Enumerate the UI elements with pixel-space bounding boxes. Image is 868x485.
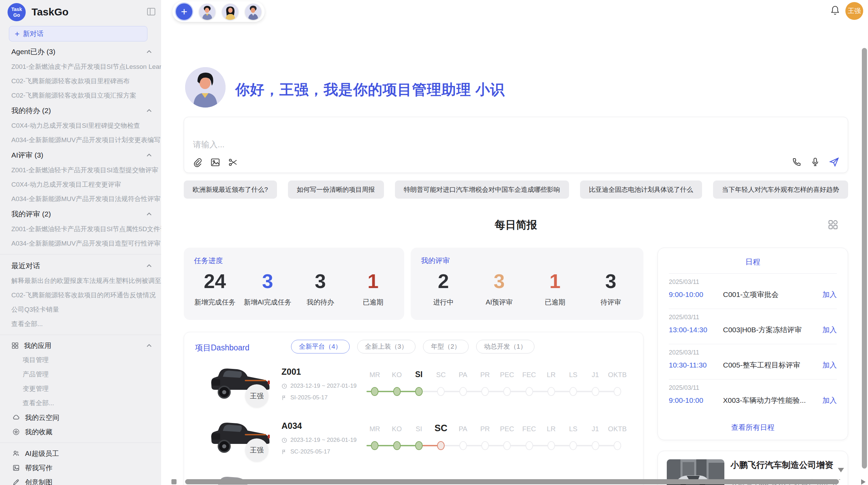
attachment-icon[interactable] [192,157,203,167]
session-avatar[interactable] [199,4,215,20]
sidebar-conversation-item[interactable]: A034-全新新能源MUV产品开发项目造型可行性评审 [0,236,161,251]
chevron-up-icon[interactable] [146,212,152,216]
plus-icon: + [15,30,20,38]
session-avatar[interactable] [245,4,261,20]
new-chat-button[interactable]: + 新对话 [9,26,147,41]
milestone-dot [415,387,423,396]
view-all-schedule-link[interactable]: 查看所有日程 [658,423,848,432]
sidebar-conversation-item[interactable]: C0X4-动力总成开发项目SI里程碑提交物检查 [0,119,161,133]
user-avatar[interactable]: 王强 [845,2,863,20]
sidebar-app-item[interactable]: 变更管理 [0,382,161,396]
card-title: 任务进度 [194,256,223,265]
sidebar-item-favorites[interactable]: 我的收藏 [0,425,161,439]
sidebar-conversation-item[interactable]: C02-飞腾新能源轻客改款项目的闭环通告反馈情况 [0,288,161,302]
milestone-dot [614,441,621,450]
apps-view-all-link[interactable]: 查看全部... [0,396,161,410]
stat-label: 新增完成任务 [189,298,241,307]
dashboard-filter-chip[interactable]: 年型（2） [423,340,469,353]
send-icon[interactable] [829,157,840,167]
sidebar-conversation-item[interactable]: Z001-全新燃油轻卡产品开发项目SI造型提交物评审 [0,163,161,177]
dashboard-filter-chip[interactable]: 动总开发（1） [476,340,535,353]
dashboard-filter-chip[interactable]: 全新上装（3） [357,340,416,353]
sidebar-section-my-todo[interactable]: 我的待办 (2) [0,103,161,119]
section-list: Z001-全新燃油轻卡产品开发项目SI节点属性5D文件评审A034-全新新能源M… [0,222,161,251]
sidebar-app-item[interactable]: 产品管理 [0,367,161,382]
sidebar-conversation-item[interactable]: 公司Q3轻卡销量 [0,302,161,317]
dashboard-filter-chip[interactable]: 全新平台（4） [291,340,350,353]
sidebar-conversation-item[interactable]: 解释最新出台的欧盟报废车法规再生塑料比例被调至15%... [0,274,161,288]
schedule-item: 2025/03/11 9:00-10:00 X003-车辆动力学性能验... 加… [669,379,837,414]
h-scrollbar-nub[interactable] [171,479,177,484]
owner-badge: 王强 [245,384,268,408]
chevron-up-icon[interactable] [146,153,152,157]
join-link[interactable]: 加入 [822,290,837,299]
sidebar: Task Go TaskGo + 新对话 Agent已办 (3) Z001-全新… [0,0,161,485]
session-avatar[interactable] [222,4,238,20]
new-session-button[interactable]: + [176,3,192,20]
app-title: TaskGo [32,6,69,18]
apps-grid-icon [11,342,19,349]
h-scrollbar-thumb[interactable] [185,479,839,484]
sidebar-item-help-write[interactable]: 帮我写作 [0,461,161,475]
project-row[interactable]: 王强 Z001 2023-12-19 ~ 2027-01-19 SI-2025-… [184,363,643,418]
recent-view-all-link[interactable]: 查看全部... [0,317,161,331]
chat-input-card[interactable]: 请输入... [184,117,848,173]
sidebar-app-item[interactable]: 项目管理 [0,353,161,367]
sidebar-section-recent[interactable]: 最近对话 [0,258,161,274]
new-chat-label: 新对话 [23,29,44,38]
star-circle-icon [12,428,20,436]
favorites-label: 我的收藏 [25,427,52,437]
stat: 1 已逾期 [527,269,583,307]
project-row[interactable]: 王强 A034 2023-12-19 ~ 2026-01-19 SC-2025-… [184,418,643,472]
chevron-up-icon[interactable] [146,264,152,268]
h-scrollbar-right-arrow[interactable] [861,479,866,485]
sidebar-collapse-icon[interactable] [146,7,156,16]
notification-bell-icon[interactable] [830,5,840,16]
sidebar-item-my-apps[interactable]: 我的应用 [0,338,161,353]
sidebar-item-creative-draw[interactable]: 创意制图 [0,475,161,485]
v-scrollbar-down-arrow[interactable] [838,468,844,472]
milestone-label: PEC [500,425,514,433]
chevron-up-icon[interactable] [146,50,152,54]
milestone-dot [547,441,555,450]
suggestion-chip[interactable]: 特朗普可能对进口汽车增税会对中国车企造成哪些影响 [395,181,569,199]
layout-grid-icon[interactable] [828,219,839,230]
sidebar-conversation-item[interactable]: Z001-全新燃油轻卡产品开发项目SI节点属性5D文件评审 [0,222,161,236]
join-link[interactable]: 加入 [822,396,837,405]
sidebar-item-cloud-space[interactable]: 我的云空间 [0,410,161,425]
mic-icon[interactable] [810,157,820,167]
section-label: AI评审 (3) [11,150,43,160]
sidebar-conversation-item[interactable]: A034-全新新能源MUV产品开发项目法规符合性评审 [0,192,161,206]
chevron-up-icon[interactable] [146,344,152,348]
sidebar-conversation-item[interactable]: A034-全新新能源MUV产品开发项目计划变更表编写 [0,133,161,147]
section-list: Z001-全新燃油皮卡产品开发项目SI节点Lesson Learn报告C02-飞… [0,60,161,103]
suggestion-chip[interactable]: 比亚迪全固态电池计划具体说了什么 [580,181,702,199]
phone-icon[interactable] [792,157,802,167]
stat-label: 已逾期 [347,298,399,307]
image-icon[interactable] [210,157,220,167]
sidebar-section-agent-done[interactable]: Agent已办 (3) [0,44,161,60]
sidebar-conversation-item[interactable]: C0X4-动力总成开发项目工程变更评审 [0,177,161,192]
sidebar-conversation-item[interactable]: C02-飞腾新能源轻客改款项目里程碑画布 [0,74,161,88]
scissors-icon[interactable] [228,157,238,167]
stat-value: 3 [241,269,294,294]
sidebar-conversation-item[interactable]: Z001-全新燃油皮卡产品开发项目SI节点Lesson Learn报告 [0,60,161,74]
cloud-space-label: 我的云空间 [25,413,59,422]
chevron-up-icon[interactable] [146,109,152,113]
input-tools-left [192,157,238,167]
suggestion-chip[interactable]: 如何写一份清晰的项目周报 [288,181,384,199]
join-link[interactable]: 加入 [822,360,837,370]
sidebar-section-ai-review[interactable]: AI评审 (3) [0,147,161,163]
stat-label: 待评审 [583,298,639,307]
sidebar-section-my-review[interactable]: 我的评审 (2) [0,206,161,222]
stat-value: 3 [583,269,639,294]
join-link[interactable]: 加入 [822,325,837,335]
sidebar-conversation-item[interactable]: C02-飞腾新能源轻客改款项目立项汇报方案 [0,88,161,103]
project-dates: 2023-12-19 ~ 2026-01-19 [281,437,357,444]
suggestion-chip[interactable]: 欧洲新规最近颁布了什么? [184,181,277,199]
suggestion-chip[interactable]: 当下年轻人对汽车外观有怎样的喜好趋势 [713,181,848,199]
milestone-dot [371,387,378,396]
sidebar-item-ai-super-staff[interactable]: AI超级员工 [0,446,161,461]
v-scrollbar-thumb[interactable] [862,48,867,469]
milestone-dot [614,387,621,396]
